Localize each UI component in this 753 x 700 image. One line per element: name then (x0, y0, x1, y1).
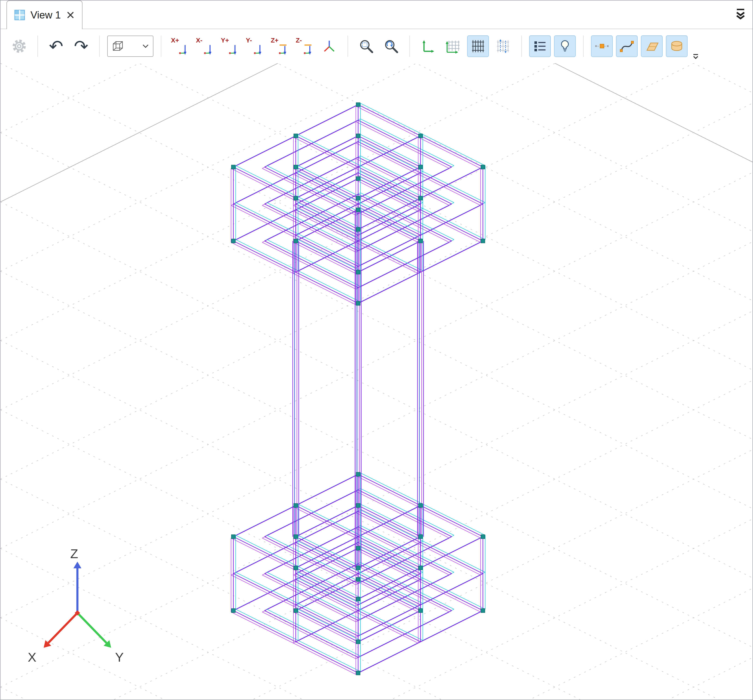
surfaces-toggle[interactable] (641, 35, 662, 57)
grid-icon (471, 39, 486, 53)
axis-glyph-icon (203, 44, 214, 56)
grid-snap-icon (495, 39, 510, 53)
tab-label: View 1 (31, 9, 61, 21)
axis-glyph-icon (228, 44, 239, 56)
view-x-minus-button[interactable]: X- (194, 35, 216, 57)
legend-list-toggle[interactable] (529, 35, 551, 57)
chevron-down-icon (142, 44, 149, 48)
zoom-extents-icon (358, 38, 374, 54)
toolbar-separator (37, 36, 38, 57)
close-icon[interactable] (66, 11, 75, 19)
toolbar-separator (161, 36, 161, 57)
grid-axes-toggle[interactable] (442, 35, 464, 57)
viewport-grid-icon (14, 10, 25, 20)
viewport-3d[interactable]: Z X Y (0, 63, 753, 700)
zoom-previous-button[interactable] (380, 35, 402, 57)
collapse-double-chevron-icon (736, 8, 745, 20)
app-window: View 1 ↶ ↷ (0, 0, 753, 700)
view-style-dropdown[interactable] (107, 36, 153, 57)
lightbulb-icon (558, 39, 572, 53)
view-preset-label: Y- (246, 37, 252, 44)
overflow-chevron-icon (692, 53, 699, 60)
toolbar: ↶ ↷ X+ (0, 29, 753, 63)
axis-glyph-icon (303, 44, 313, 56)
view-isometric-button[interactable] (319, 35, 340, 57)
grid-snap-toggle[interactable] (492, 35, 514, 57)
view-y-plus-button[interactable]: Y+ (219, 35, 240, 57)
control-points-toggle[interactable] (591, 35, 613, 57)
tab-view-1[interactable]: View 1 (6, 0, 83, 29)
view-y-minus-button[interactable]: Y- (244, 35, 265, 57)
redo-button[interactable]: ↷ (70, 35, 92, 57)
solids-toggle[interactable] (666, 35, 687, 57)
view-x-plus-button[interactable]: X+ (169, 35, 191, 57)
axes-icon (421, 39, 436, 53)
axis-z-label: Z (70, 546, 78, 561)
control-point-icon (595, 41, 609, 51)
toolbar-separator (521, 36, 522, 57)
cube-icon (112, 40, 124, 52)
tabstrip-menu-button[interactable] (736, 8, 745, 20)
isometric-triad-icon (322, 39, 336, 53)
axes-toggle[interactable] (417, 35, 439, 57)
toolbar-separator (99, 36, 100, 57)
surface-icon (645, 40, 659, 52)
light-toggle[interactable] (554, 35, 576, 57)
settings-button[interactable] (8, 35, 30, 57)
axis-glyph-icon (278, 44, 288, 56)
axis-glyph-icon (178, 44, 189, 56)
zoom-previous-icon (383, 38, 399, 54)
axis-y-label: Y (115, 650, 123, 665)
undo-button[interactable]: ↶ (45, 35, 67, 57)
gear-icon (11, 38, 28, 55)
list-icon (533, 39, 547, 53)
axis-glyph-icon (253, 44, 263, 56)
grid-display-toggle[interactable] (467, 35, 489, 57)
view-preset-label: Z+ (271, 37, 278, 44)
zoom-extents-button[interactable] (355, 35, 377, 57)
view-preset-label: X+ (171, 37, 179, 44)
view-preset-label: Z- (296, 37, 302, 44)
solid-icon (670, 40, 684, 52)
view-preset-label: X- (196, 37, 202, 44)
undo-icon: ↶ (49, 38, 63, 55)
grid-arrows-icon (446, 39, 461, 53)
curve-icon (620, 40, 634, 52)
toolbar-separator (583, 36, 584, 57)
tab-bar: View 1 (0, 0, 753, 29)
curves-toggle[interactable] (616, 35, 638, 57)
view-z-minus-button[interactable]: Z- (294, 35, 315, 57)
redo-icon: ↷ (74, 38, 88, 55)
toolbar-separator (409, 36, 410, 57)
toolbar-overflow-button[interactable] (692, 53, 699, 60)
toolbar-separator (347, 36, 348, 57)
view-z-plus-button[interactable]: Z+ (269, 35, 290, 57)
view-preset-label: Y+ (221, 37, 229, 44)
axis-x-label: X (28, 650, 36, 665)
scene-canvas[interactable] (0, 63, 753, 700)
